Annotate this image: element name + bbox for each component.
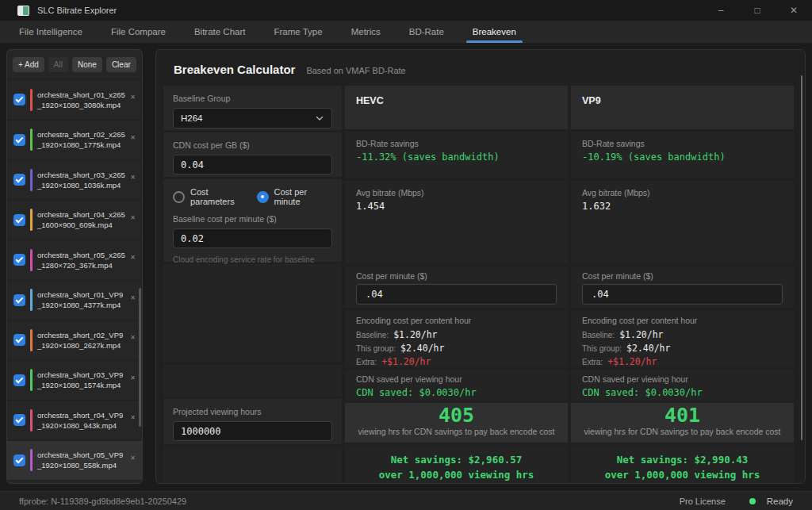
cost-per-minute-radio[interactable]	[257, 191, 269, 203]
remove-file-icon[interactable]: ✕	[130, 214, 136, 221]
bitrate-label: Avg bitrate (Mbps)	[356, 188, 557, 197]
file-checkbox[interactable]	[13, 294, 25, 306]
file-checkbox[interactable]	[13, 134, 25, 146]
file-color-bar	[30, 249, 33, 271]
add-file-button[interactable]: + Add	[13, 57, 44, 72]
bitrate-value: 1.454	[356, 201, 557, 212]
tab-metrics[interactable]: Metrics	[340, 21, 392, 43]
file-checkbox[interactable]	[13, 414, 25, 426]
group-rate-label: This group:	[582, 343, 622, 355]
cdn-saved-label: CDN saved per viewing hour	[356, 374, 557, 384]
tab-file-intelligence[interactable]: File Intelligence	[8, 21, 94, 43]
baseline-group-value: H264	[181, 113, 203, 123]
codec-column-hevc: HEVC BD-Rate savings -11.32% (saves band…	[345, 86, 568, 484]
main-scrollbar[interactable]	[801, 75, 802, 440]
baseline-group-select[interactable]: H264	[173, 108, 332, 128]
net-savings-section: Net savings: $2,960.57 over 1,000,000 vi…	[345, 445, 568, 484]
cost-mode-card: Cost parameters Cost per minute Baseline…	[163, 179, 342, 262]
bdrate-section: BD-Rate savings -11.32% (saves bandwidth…	[345, 132, 568, 178]
bitrate-label: Avg bitrate (Mbps)	[582, 188, 783, 197]
net-savings-value: Net savings: $2,960.57	[356, 452, 557, 467]
file-checkbox[interactable]	[13, 454, 25, 466]
breakeven-panel: Breakeven Calculator Based on VMAF BD-Ra…	[155, 49, 806, 484]
remove-file-icon[interactable]: ✕	[130, 94, 136, 101]
extra-rate-label: Extra:	[582, 356, 603, 367]
breakeven-box: 401 viewing hrs for CDN savings to pay b…	[571, 403, 794, 443]
baseline-rate-value: $1.20/hr	[393, 328, 437, 341]
file-list-item[interactable]: orchestra_short_r01_x265_1920×1080_3080k…	[7, 80, 142, 121]
status-bar: ffprobe: N-119389-gd9bd8e9eb1-20250429 P…	[0, 491, 812, 510]
minimize-button[interactable]: –	[703, 0, 739, 21]
group-rate-value: $2.40/hr	[626, 342, 670, 355]
panel-header: Breakeven Calculator Based on VMAF BD-Ra…	[163, 61, 794, 86]
tab-bar: File Intelligence File Compare Bitrate C…	[0, 21, 812, 44]
baseline-rate-label: Baseline:	[356, 329, 389, 342]
remove-file-icon[interactable]: ✕	[130, 174, 136, 181]
tab-frame-type[interactable]: Frame Type	[263, 21, 334, 43]
viewing-hours-label: Projected viewing hours	[173, 407, 332, 416]
file-list-item[interactable]: orchestra_short_r02_VP9_1920×1080_2627k.…	[7, 320, 142, 361]
tab-bitrate-chart[interactable]: Bitrate Chart	[183, 21, 257, 43]
file-list-item[interactable]: orchestra_short_r05_VP9_1920×1080_558k.m…	[7, 441, 142, 481]
remove-file-icon[interactable]: ✕	[130, 134, 136, 141]
remove-file-icon[interactable]: ✕	[130, 254, 136, 261]
breakeven-caption: viewing hrs for CDN savings to pay back …	[353, 427, 560, 436]
file-checkbox[interactable]	[13, 214, 25, 226]
bdrate-label: BD-Rate savings	[356, 139, 557, 148]
cdn-saved-section: CDN saved per viewing hour CDN saved: $0…	[571, 370, 794, 401]
baseline-rate-label: Baseline:	[582, 329, 615, 342]
tab-bd-rate[interactable]: BD-Rate	[398, 21, 455, 43]
file-name: orchestra_short_r05_x265_1280×720_367k.m…	[37, 250, 125, 270]
extra-rate-value: +$1.20/hr	[381, 355, 431, 367]
app-icon	[17, 6, 29, 16]
file-list-item[interactable]: orchestra_short_r01_VP9_1920×1080_4377k.…	[7, 281, 142, 321]
settings-spacer	[163, 264, 342, 362]
sidebar-scrollbar[interactable]	[139, 288, 141, 427]
file-list-item[interactable]: orchestra_short_r03_x265_1920×1080_1036k…	[7, 160, 142, 201]
remove-file-icon[interactable]: ✕	[130, 454, 136, 462]
cdn-saved-value: CDN saved: $0.0030/hr	[582, 387, 783, 398]
file-checkbox[interactable]	[13, 254, 25, 266]
remove-file-icon[interactable]: ✕	[130, 374, 136, 382]
clear-files-button[interactable]: Clear	[106, 57, 136, 72]
cost-parameters-radio[interactable]	[173, 191, 185, 203]
cost-per-minute-section: Cost per minute ($)	[571, 267, 794, 308]
file-list-item[interactable]: orchestra_short_r03_VP9_1920×1080_1574k.…	[7, 361, 142, 401]
cost-per-minute-input[interactable]	[582, 284, 783, 305]
file-list-item[interactable]: orchestra_short_r02_x265_1920×1080_1775k…	[7, 121, 142, 161]
sidebar-toolbar: + Add All None Clear	[7, 50, 142, 80]
breakeven-caption: viewing hrs for CDN savings to pay back …	[579, 427, 786, 436]
breakeven-hours: 405	[353, 405, 560, 427]
file-list-item[interactable]: orchestra_short_r04_VP9_1920×1080_943k.m…	[7, 401, 142, 441]
remove-file-icon[interactable]: ✕	[130, 334, 136, 341]
tab-file-compare[interactable]: File Compare	[100, 21, 177, 43]
cdn-cost-input[interactable]	[173, 155, 332, 174]
file-name: orchestra_short_r03_VP9_1920×1080_1574k.…	[37, 370, 125, 390]
cost-parameters-label[interactable]: Cost parameters	[190, 187, 243, 206]
bdrate-section: BD-Rate savings -10.19% (saves bandwidth…	[571, 132, 794, 178]
codec-name: VP9	[571, 86, 794, 129]
file-checkbox[interactable]	[13, 94, 25, 105]
viewing-hours-input[interactable]	[173, 421, 332, 441]
maximize-button[interactable]: □	[739, 0, 776, 21]
file-list-item[interactable]: orchestra_short_r04_x265_1600×900_609k.m…	[7, 201, 142, 241]
cdn-cost-label: CDN cost per GB ($)	[173, 140, 332, 150]
file-name: orchestra_short_r02_x265_1920×1080_1775k…	[37, 129, 125, 150]
file-checkbox[interactable]	[13, 174, 25, 186]
select-none-button[interactable]: None	[72, 57, 102, 72]
remove-file-icon[interactable]: ✕	[130, 414, 136, 421]
baseline-cost-input[interactable]	[173, 228, 332, 248]
encoding-cost-section: Encoding cost per content hour Baseline:…	[571, 310, 794, 367]
title-bar: SLC Bitrate Explorer – □ ✕	[0, 0, 812, 21]
file-list-item[interactable]: orchestra_short_r05_x265_1280×720_367k.m…	[7, 240, 142, 281]
close-button[interactable]: ✕	[776, 0, 812, 21]
remove-file-icon[interactable]: ✕	[130, 294, 136, 301]
cost-per-minute-input[interactable]	[356, 284, 557, 305]
tab-breakeven[interactable]: Breakeven	[462, 21, 527, 43]
cdn-saved-section: CDN saved per viewing hour CDN saved: $0…	[345, 370, 568, 401]
cost-per-minute-label[interactable]: Cost per minute	[274, 187, 325, 206]
file-checkbox[interactable]	[13, 374, 25, 386]
encoding-cost-section: Encoding cost per content hour Baseline:…	[345, 310, 568, 367]
cost-per-minute-label: Cost per minute ($)	[582, 271, 783, 281]
file-checkbox[interactable]	[13, 334, 25, 346]
